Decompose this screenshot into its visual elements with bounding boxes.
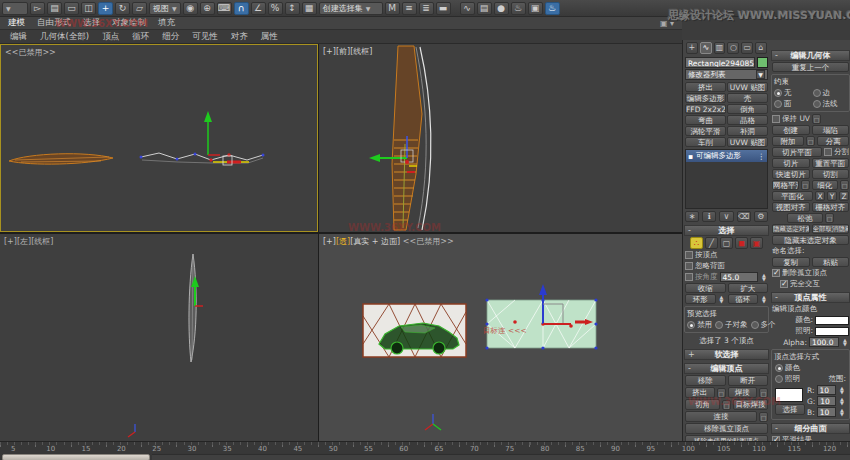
alpha-spinner[interactable]: ▲▼: [841, 338, 849, 346]
preserve-uvs-checkbox[interactable]: [772, 115, 780, 123]
remove-isolated-vertices-button[interactable]: 移除孤立顶点: [685, 423, 768, 434]
angle-spinner[interactable]: ▲▼: [760, 273, 768, 281]
material-editor-icon[interactable]: ●: [494, 2, 509, 15]
relax-button[interactable]: 松弛: [787, 213, 823, 223]
modifier-set-button[interactable]: 挤出: [685, 82, 726, 92]
border-subobject-icon[interactable]: ▢: [720, 237, 733, 249]
keyboard-override-icon[interactable]: ⌨: [217, 2, 232, 15]
modifier-set-button[interactable]: 编辑多边形: [685, 93, 726, 103]
pin-stack-icon[interactable]: ∗: [685, 211, 699, 222]
layer-manager-icon[interactable]: ≣: [419, 2, 434, 15]
viewport-left[interactable]: [+][左][线框]: [0, 234, 318, 441]
constraint-option-radio[interactable]: [774, 100, 782, 108]
hierarchy-tab-icon[interactable]: ▥: [714, 42, 726, 54]
ribbon-tab[interactable]: 建模: [8, 17, 25, 29]
preview-option-radio[interactable]: [715, 321, 723, 329]
rollout-subdivision-surface[interactable]: -细分曲面: [771, 423, 850, 434]
angle-snap-icon[interactable]: ∠: [251, 2, 266, 15]
split-checkbox[interactable]: [824, 148, 832, 156]
range-b-spinner[interactable]: ▲▼: [838, 408, 846, 416]
motion-tab-icon[interactable]: ○: [727, 42, 739, 54]
paste-button[interactable]: 粘贴: [812, 257, 850, 267]
ribbon-panel[interactable]: 几何体(全部): [40, 31, 89, 43]
select-by-color-radio[interactable]: [775, 364, 783, 372]
display-tab-icon[interactable]: ▭: [741, 42, 753, 54]
ribbon-panel[interactable]: 对齐: [231, 31, 248, 43]
msmooth-button[interactable]: 网格平滑: [772, 180, 799, 190]
modifier-set-button[interactable]: 壳: [727, 93, 768, 103]
utilities-tab-icon[interactable]: ⌂: [755, 42, 767, 54]
modifier-set-button[interactable]: 弯曲: [685, 115, 726, 125]
edit-named-selection-sets-icon[interactable]: ▦: [302, 2, 317, 15]
grow-button[interactable]: 扩大: [728, 283, 769, 293]
render-production-icon[interactable]: ♨: [545, 2, 560, 15]
preview-option-radio[interactable]: [751, 321, 759, 329]
make-planar-button[interactable]: 平面化: [772, 191, 813, 201]
modifier-set-button[interactable]: UVW 贴图: [727, 82, 768, 92]
msmooth-settings-icon[interactable]: □: [801, 180, 810, 190]
planar-x-button[interactable]: X: [815, 191, 825, 201]
select-and-move-icon[interactable]: +: [98, 2, 113, 15]
modifier-set-button[interactable]: FFD 2x2x2: [685, 104, 726, 114]
select-object-icon[interactable]: ▻: [30, 2, 45, 15]
use-pivot-center-icon[interactable]: ◉: [183, 2, 198, 15]
viewport-front-label[interactable]: [+][前][线框]: [323, 46, 372, 57]
modifier-stack[interactable]: ▪ 可编辑多边形 ⋮: [685, 149, 768, 209]
object-name-field[interactable]: Rectangle294085444: [685, 57, 755, 68]
rollout-edit-geometry[interactable]: -编辑几何体: [771, 50, 850, 61]
copy-button[interactable]: 复制: [772, 257, 810, 267]
hide-selected-button[interactable]: 隐藏选定对象: [772, 224, 810, 234]
viewport-pov-label[interactable]: [透]: [336, 237, 350, 246]
viewport-front[interactable]: [+][前][线框]: [319, 44, 682, 232]
modifier-set-button[interactable]: 晶格: [727, 115, 768, 125]
percent-snap-icon[interactable]: %: [268, 2, 283, 15]
vertex-illumination-swatch[interactable]: [815, 327, 849, 336]
edge-subobject-icon[interactable]: ╱: [705, 237, 718, 249]
ribbon-tab[interactable]: 填充: [158, 17, 175, 29]
grid-align-button[interactable]: 栅格对齐: [812, 202, 850, 212]
view-align-button[interactable]: 视图对齐: [772, 202, 810, 212]
render-setup-icon[interactable]: ♨: [511, 2, 526, 15]
modifier-stack-item[interactable]: ▪ 可编辑多边形 ⋮: [686, 150, 767, 162]
reference-coordinate-dropdown[interactable]: 视图▼: [149, 2, 181, 15]
rollout-soft-selection[interactable]: +软选择: [684, 349, 769, 360]
modifier-set-button[interactable]: UVW 贴图: [727, 137, 768, 147]
time-slider-track[interactable]: [152, 454, 850, 460]
tessellate-button[interactable]: 细化: [812, 180, 839, 190]
ribbon-panel[interactable]: 编辑: [10, 31, 27, 43]
collapse-button[interactable]: 塌陷: [812, 125, 850, 135]
viewport-left-label[interactable]: [+][左][线框]: [4, 236, 53, 247]
ribbon-panel[interactable]: 可见性: [192, 31, 218, 43]
loop-spinner[interactable]: ▲▼: [760, 295, 768, 303]
create-tab-icon[interactable]: +: [686, 42, 698, 54]
configure-modifier-sets-icon[interactable]: ⚙: [754, 211, 768, 222]
planar-z-button[interactable]: Z: [839, 191, 849, 201]
spinner-snap-icon[interactable]: ↕: [285, 2, 300, 15]
time-slider-handle[interactable]: [2, 454, 150, 460]
curve-editor-icon[interactable]: ∿: [460, 2, 475, 15]
rollout-edit-vertices[interactable]: -编辑顶点: [684, 363, 769, 374]
create-button[interactable]: 创建: [772, 125, 810, 135]
repeat-last-button[interactable]: 重复上一个: [772, 62, 849, 72]
window-crossing-icon[interactable]: ◫: [81, 2, 96, 15]
constraint-option-radio[interactable]: [774, 89, 782, 97]
rollout-vertex-properties[interactable]: -顶点属性: [771, 292, 850, 303]
by-angle-checkbox[interactable]: [685, 273, 693, 281]
rendered-frame-icon[interactable]: ▣: [528, 2, 543, 15]
ribbon-panel[interactable]: 循环: [132, 31, 149, 43]
align-icon[interactable]: ≡: [402, 2, 417, 15]
viewport-perspective-label[interactable]: [+][透][真实 + 边面] <<已禁用>>: [323, 236, 454, 247]
preview-option-radio[interactable]: [687, 321, 695, 329]
modifier-set-button[interactable]: 补洞: [727, 126, 768, 136]
range-r-field[interactable]: 10: [817, 385, 836, 395]
selection-filter-dropdown[interactable]: ▼: [2, 2, 28, 15]
ribbon-panel[interactable]: 顶点: [102, 31, 119, 43]
ring-button[interactable]: 环形: [685, 294, 716, 304]
ribbon-panel[interactable]: 细分: [162, 31, 179, 43]
select-and-rotate-icon[interactable]: ↻: [115, 2, 130, 15]
ignore-backfacing-checkbox[interactable]: [685, 262, 693, 270]
viewport-top-label[interactable]: <<已禁用>>: [5, 47, 56, 58]
modifier-set-button[interactable]: 涡轮平滑: [685, 126, 726, 136]
ribbon-panel[interactable]: 属性: [261, 31, 278, 43]
vertex-color-swatch[interactable]: [815, 316, 849, 325]
